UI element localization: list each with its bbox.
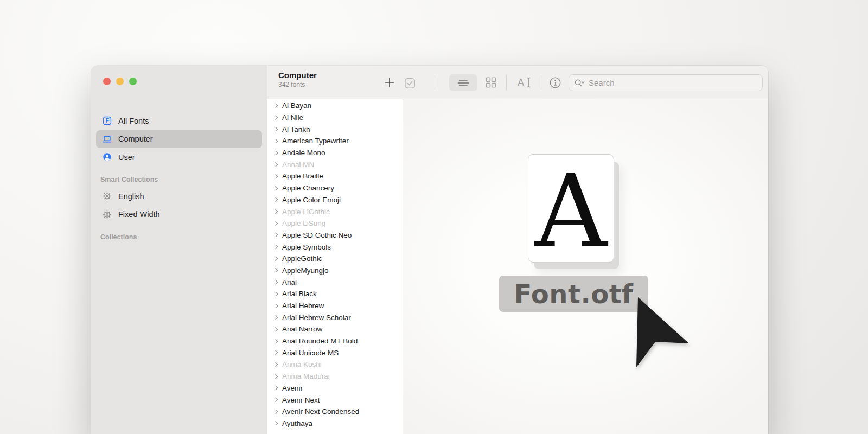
chevron-right-icon[interactable] <box>273 303 278 308</box>
font-list-item[interactable]: Arial Narrow <box>267 323 403 335</box>
preview-pane: A Font.otf <box>403 99 768 434</box>
font-list-item[interactable]: Avenir Next Condensed <box>267 406 403 418</box>
font-name-label: Arial Narrow <box>282 325 322 333</box>
info-icon <box>549 76 561 89</box>
font-file-glyph: A <box>535 162 608 262</box>
list-view-button[interactable] <box>449 74 477 91</box>
font-list-item[interactable]: Apple LiGothic <box>267 206 403 218</box>
chevron-right-icon[interactable] <box>273 257 278 261</box>
sidebar-item-computer[interactable]: Computer <box>96 130 262 149</box>
chevron-right-icon[interactable] <box>273 362 278 367</box>
font-list-item[interactable]: Arial Unicode MS <box>267 347 403 359</box>
font-name-label: Annai MN <box>282 161 314 169</box>
chevron-right-icon[interactable] <box>273 409 278 413</box>
font-list-item[interactable]: Arial <box>267 276 403 288</box>
chevron-right-icon[interactable] <box>273 174 278 178</box>
font-name-label: Arial Rounded MT Bold <box>282 337 358 345</box>
chevron-right-icon[interactable] <box>273 421 278 425</box>
font-name-label: Andale Mono <box>282 149 326 157</box>
search-input[interactable] <box>589 78 757 87</box>
font-list-item[interactable]: AppleMyungjo <box>267 265 403 277</box>
font-list-item[interactable]: Ayuthaya <box>267 418 403 430</box>
sidebar-item-fixed-width[interactable]: Fixed Width <box>96 206 262 224</box>
font-name-label: American Typewriter <box>282 137 349 145</box>
zoom-button[interactable] <box>129 78 137 85</box>
chevron-right-icon[interactable] <box>273 327 278 331</box>
info-button[interactable] <box>547 75 563 90</box>
font-book-window: F All Fonts Computer User Smart <box>91 66 768 434</box>
smart-collections-list: English Fixed Width <box>96 187 262 224</box>
sidebar-item-user[interactable]: User <box>96 148 262 167</box>
chevron-right-icon[interactable] <box>273 233 278 237</box>
font-list-item[interactable]: American Typewriter <box>267 135 403 147</box>
font-list-item[interactable]: Apple LiSung <box>267 218 403 229</box>
user-icon <box>103 152 112 162</box>
font-list-item[interactable]: Apple Color Emoji <box>267 194 403 206</box>
font-file-icon: A <box>528 154 614 263</box>
chevron-right-icon[interactable] <box>273 197 278 202</box>
font-list: Al BayanAl NileAl TarikhAmerican Typewri… <box>267 99 403 434</box>
font-list-item[interactable]: AppleGothic <box>267 253 403 265</box>
font-name-label: Arial Unicode MS <box>282 349 339 357</box>
chevron-right-icon[interactable] <box>273 350 278 355</box>
font-name-label: Al Nile <box>282 113 303 122</box>
minimize-button[interactable] <box>116 78 124 85</box>
font-list-item[interactable]: Arial Black <box>267 288 403 300</box>
sidebar-item-all-fonts[interactable]: F All Fonts <box>96 112 262 130</box>
main-area: Computer 342 fonts <box>267 66 768 434</box>
plus-icon <box>384 77 395 88</box>
page-title: Computer <box>278 71 317 80</box>
font-list-item[interactable]: Arial Rounded MT Bold <box>267 335 403 347</box>
chevron-right-icon[interactable] <box>273 186 278 190</box>
font-name-label: Arial <box>282 278 297 286</box>
font-list-item[interactable]: Avenir Next <box>267 394 403 406</box>
font-list-item[interactable]: Arial Hebrew <box>267 300 403 312</box>
enable-fonts-button[interactable] <box>402 75 417 91</box>
font-list-item[interactable]: Avenir <box>267 382 403 394</box>
close-button[interactable] <box>103 78 111 85</box>
font-name-label: Arima Koshi <box>282 360 322 368</box>
font-list-item[interactable]: Arima Koshi <box>267 359 403 371</box>
font-list-item[interactable]: Al Nile <box>267 112 403 124</box>
chevron-right-icon[interactable] <box>273 139 278 143</box>
chevron-right-icon[interactable] <box>273 374 278 378</box>
chevron-right-icon[interactable] <box>273 268 278 272</box>
font-name-label: Avenir <box>282 384 303 392</box>
sample-text-button[interactable]: A <box>516 75 534 90</box>
chevron-right-icon[interactable] <box>273 280 278 284</box>
chevron-right-icon[interactable] <box>273 398 278 402</box>
gear-icon <box>103 210 112 219</box>
font-list-item[interactable]: Andale Mono <box>267 147 403 159</box>
search-field[interactable] <box>569 74 763 91</box>
sidebar-item-label: Computer <box>118 135 153 143</box>
sidebar-item-english[interactable]: English <box>96 187 262 206</box>
chevron-right-icon[interactable] <box>273 245 278 249</box>
font-list-item[interactable]: Apple Symbols <box>267 241 403 253</box>
chevron-right-icon[interactable] <box>273 209 278 214</box>
chevron-right-icon[interactable] <box>273 115 278 119</box>
font-list-item[interactable]: Apple Chancery <box>267 182 403 194</box>
sidebar-library-list: F All Fonts Computer User <box>96 112 262 167</box>
font-name-label: Apple SD Gothic Neo <box>282 231 352 239</box>
chevron-right-icon[interactable] <box>273 150 278 155</box>
font-list-item[interactable]: Arima Madurai <box>267 371 403 382</box>
chevron-right-icon[interactable] <box>273 339 278 343</box>
chevron-right-icon[interactable] <box>273 221 278 225</box>
font-name-label: Apple Color Emoji <box>282 196 341 204</box>
font-list-item[interactable]: Al Bayan <box>267 100 403 112</box>
font-list-item[interactable]: Arial Hebrew Scholar <box>267 311 403 323</box>
chevron-right-icon[interactable] <box>273 104 278 108</box>
font-list-item[interactable]: Apple Braille <box>267 170 403 182</box>
font-list-item[interactable]: Al Tarikh <box>267 123 403 135</box>
chevron-right-icon[interactable] <box>273 292 278 296</box>
chevron-right-icon[interactable] <box>273 162 278 167</box>
font-name-label: AppleGothic <box>282 254 322 263</box>
chevron-right-icon[interactable] <box>273 315 278 320</box>
add-fonts-button[interactable] <box>382 75 397 90</box>
font-list-item[interactable]: Annai MN <box>267 158 403 170</box>
font-list-item[interactable]: Apple SD Gothic Neo <box>267 229 403 241</box>
grid-view-button[interactable] <box>483 75 499 90</box>
grid-view-icon <box>485 76 497 88</box>
chevron-right-icon[interactable] <box>273 386 278 390</box>
chevron-right-icon[interactable] <box>273 127 278 131</box>
